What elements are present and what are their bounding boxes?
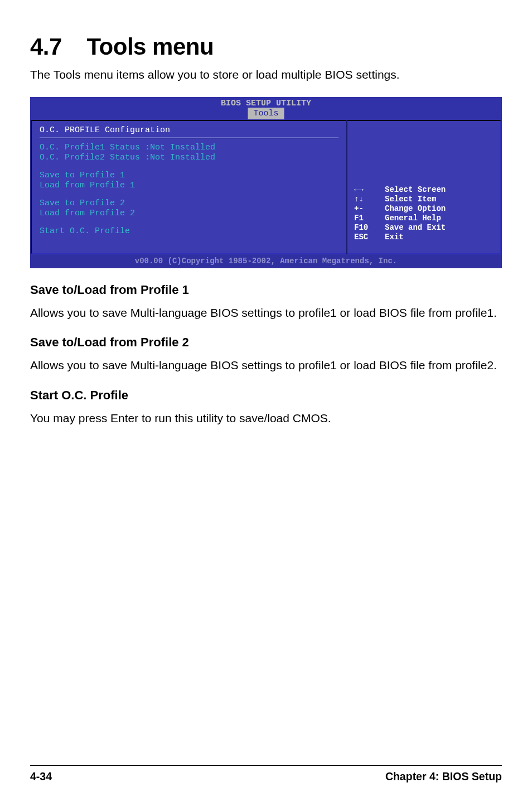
page-number: 4-34 [30,770,52,783]
subhead-start-oc: Start O.C. Profile [30,388,502,403]
bios-load-profile1: Load from Profile 1 [40,181,338,191]
bios-save-profile1: Save to Profile 1 [40,171,338,181]
para-profile1: Allows you to save Multi-language BIOS s… [30,305,502,321]
section-title-text: Tools menu [87,33,214,60]
bios-profile1-status: O.C. Profile1 Status :Not Installed [40,143,338,153]
bios-start-oc-profile: Start O.C. Profile [40,226,338,236]
subhead-profile1: Save to/Load from Profile 1 [30,283,502,297]
bios-screenshot: BIOS SETUP UTILITY Tools O.C. PROFILE Co… [30,97,502,268]
section-heading: 4.7 Tools menu [30,33,502,60]
help-desc-select-item: Select Item [385,195,436,204]
help-desc-general-help: General Help [385,214,441,223]
footer-rule [30,765,502,766]
help-key-arrows-ud: ↑↓ [354,195,385,204]
bios-load-profile2: Load from Profile 2 [40,209,338,219]
bios-profile2-status: O.C. Profile2 Status :Not Installed [40,153,338,163]
bios-save-profile2: Save to Profile 2 [40,199,338,209]
help-desc-exit: Exit [385,233,404,242]
bios-left-panel: O.C. PROFILE Configuration O.C. Profile1… [31,120,346,254]
bios-help-block: ←→Select Screen ↑↓Select Item +-Change O… [354,185,446,242]
help-key-arrows-lr: ←→ [354,185,385,195]
subhead-profile2: Save to/Load from Profile 2 [30,335,502,350]
help-desc-save-exit: Save and Exit [385,223,446,233]
intro-paragraph: The Tools menu items allow you to store … [30,68,502,81]
para-profile2: Allows you to save Multi-language BIOS s… [30,357,502,373]
section-number: 4.7 [30,33,62,60]
help-key-esc: ESC [354,233,385,242]
help-key-plusminus: +- [354,204,385,214]
chapter-label: Chapter 4: BIOS Setup [385,770,502,783]
help-key-f1: F1 [354,214,385,223]
page-footer: 4-34 Chapter 4: BIOS Setup [30,765,502,783]
bios-right-panel: ←→Select Screen ↑↓Select Item +-Change O… [346,120,501,254]
bios-header-title: BIOS SETUP UTILITY [31,98,501,109]
bios-footer: v00.00 (C)Copyright 1985-2002, American … [30,255,502,268]
bios-body: O.C. PROFILE Configuration O.C. Profile1… [30,119,502,255]
para-start-oc: You may press Enter to run this utility … [30,410,502,426]
help-desc-change-option: Change Option [385,204,446,214]
bios-header: BIOS SETUP UTILITY Tools [30,97,502,119]
help-key-f10: F10 [354,223,385,233]
bios-divider [40,137,338,138]
bios-tab-tools: Tools [248,108,284,119]
help-desc-select-screen: Select Screen [385,185,446,195]
bios-config-heading: O.C. PROFILE Configuration [40,125,338,135]
